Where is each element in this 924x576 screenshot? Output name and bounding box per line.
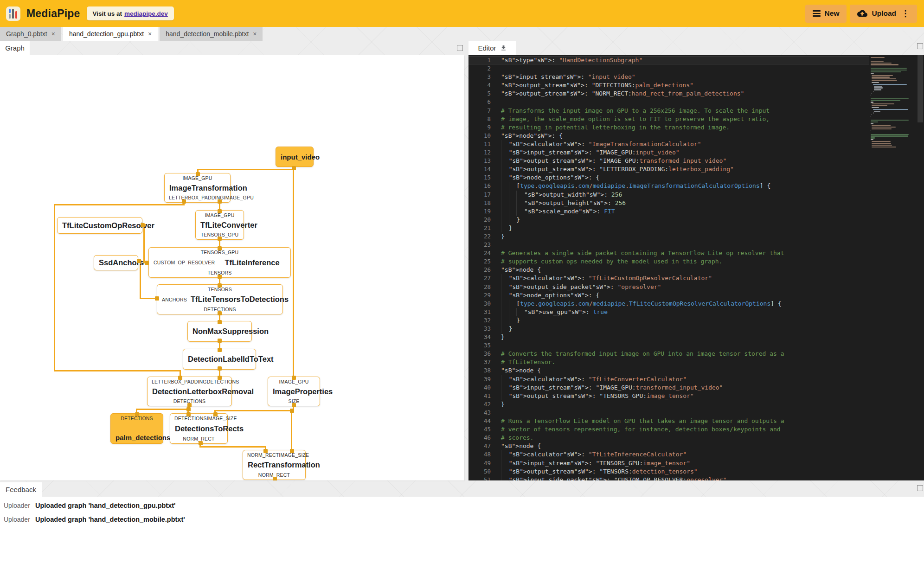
code-line[interactable]: "sB">node {: [501, 366, 784, 375]
code-line[interactable]: "sB">output_stream"sW">: "DETECTIONS:pal…: [501, 81, 784, 90]
port-connector: [145, 261, 149, 265]
code-line[interactable]: "sB">output_stream"sW">: "TENSORS:detect…: [501, 467, 784, 476]
close-tab-icon[interactable]: ×: [253, 30, 257, 38]
code-line[interactable]: # vector of tensors representing, for in…: [501, 425, 784, 434]
port-connector: [218, 209, 222, 213]
file-tab-hand_detection_mobile.pbtxt[interactable]: hand_detection_mobile.pbtxt×: [160, 27, 263, 41]
code-line[interactable]: "sB">output_stream"sW">: "NORM_RECT:hand…: [501, 90, 784, 98]
code-line[interactable]: "sB">calculator"sW">: "TfLiteConverterCa…: [501, 375, 784, 384]
code-line[interactable]: "sB">calculator"sW">: "ImageTransformati…: [501, 140, 784, 148]
code-line[interactable]: [501, 341, 784, 350]
code-line[interactable]: "sB">node_options"sW">: {: [501, 173, 784, 182]
code-line[interactable]: "sB">scale_mode"sW">: FIT: [501, 207, 784, 216]
scrollbar-thumb[interactable]: [918, 55, 923, 122]
code-line[interactable]: "sB">node_options"sW">: {: [501, 291, 784, 300]
code-line[interactable]: # resulting in potential letterboxing in…: [501, 123, 784, 132]
graph-node-RectTransformation[interactable]: NORM_RECTIMAGE_SIZERectTransformationNOR…: [243, 450, 306, 480]
node-title: ImageTransformation: [169, 184, 247, 192]
download-icon[interactable]: [500, 45, 507, 51]
file-tab-hand_detection_gpu.pbtxt[interactable]: hand_detection_gpu.pbtxt×: [63, 27, 158, 41]
code-line[interactable]: "sB">output_height"sW">: 256: [501, 199, 784, 207]
editor-scrollbar[interactable]: [917, 55, 924, 480]
code-line[interactable]: }: [501, 316, 784, 325]
code-line[interactable]: # Transforms the input image on GPU to a…: [501, 107, 784, 115]
code-line[interactable]: [501, 241, 784, 249]
graph-node-TfLiteConverter[interactable]: IMAGE_GPUTfLiteConverterTENSORS_GPU: [195, 210, 244, 240]
code-line[interactable]: # scores.: [501, 434, 784, 442]
code-line[interactable]: "sB">type"sW">: "HandDetectionSubgraph": [501, 56, 784, 64]
code-line[interactable]: "sB">input_stream"sW">: "TENSORS_GPU:ima…: [501, 459, 784, 467]
code-line[interactable]: # Runs a TensorFlow Lite model on GPU th…: [501, 417, 784, 425]
code-line[interactable]: # Generates a single side packet contain…: [501, 249, 784, 257]
code-line[interactable]: [501, 98, 784, 106]
code-line[interactable]: }: [501, 216, 784, 224]
code-line[interactable]: "sB">node"sW">: {: [501, 132, 784, 140]
code-line[interactable]: # supports custom ops needed by the mode…: [501, 257, 784, 266]
code-line[interactable]: }: [501, 224, 784, 232]
port-connector: [218, 237, 222, 241]
feedback-source: Uploader: [4, 516, 33, 523]
graph-node-TfLiteCustomOpResolver[interactable]: TfLiteCustomOpResolver: [57, 217, 142, 234]
code-line[interactable]: }: [501, 400, 784, 409]
code-line[interactable]: }: [501, 333, 784, 341]
new-button[interactable]: New: [805, 5, 847, 23]
feedback-row: UploaderUploaded graph 'hand_detection_m…: [0, 512, 924, 526]
app-header: MediaPipe Visit us at mediapipe.dev New …: [0, 0, 924, 27]
file-tab-Graph_0.pbtxt[interactable]: Graph_0.pbtxt×: [0, 27, 61, 41]
tab-editor[interactable]: Editor: [468, 41, 516, 55]
close-tab-icon[interactable]: ×: [51, 30, 55, 38]
graph-edge: [293, 166, 294, 378]
code-line[interactable]: "sB">node {: [501, 266, 784, 274]
code-line[interactable]: "sB">input_side_packet"sW">: "CUSTOM_OP_…: [501, 476, 784, 480]
code-line[interactable]: "sB">input_stream"sW">: "input_video": [501, 73, 784, 81]
feedback-expand-icon[interactable]: [917, 485, 923, 491]
code-line[interactable]: "sB">use_gpu"sW">: true: [501, 308, 784, 316]
graph-node-palm_detections[interactable]: DETECTIONSpalm_detections: [110, 413, 163, 444]
code-line[interactable]: "sB">output_side_packet"sW">: "opresolve…: [501, 283, 784, 291]
code-line[interactable]: }: [501, 325, 784, 333]
tab-feedback[interactable]: Feedback: [0, 482, 42, 497]
code-line[interactable]: [501, 409, 784, 417]
code-line[interactable]: "sB">calculator"sW">: "TfLiteCustomOpRes…: [501, 274, 784, 282]
code-content[interactable]: "sB">type"sW">: "HandDetectionSubgraph" …: [501, 56, 784, 480]
code-line[interactable]: "sB">input_stream"sW">: "IMAGE_GPU:input…: [501, 148, 784, 157]
code-line[interactable]: [type.googleapis.com/mediapipe.TfLiteCus…: [501, 300, 784, 308]
graph-canvas[interactable]: input_videoIMAGE_GPUImageTransformationL…: [0, 55, 464, 480]
code-line[interactable]: # TfLiteTensor.: [501, 358, 784, 366]
graph-node-DetectionsToRects[interactable]: DETECTIONSIMAGE_SIZEDetectionsToRectsNOR…: [170, 413, 228, 444]
code-line[interactable]: # image, the scale_mode option is set to…: [501, 115, 784, 123]
new-button-label: New: [825, 9, 840, 18]
brand-title: MediaPipe: [26, 7, 80, 20]
graph-edge: [54, 204, 55, 371]
code-line[interactable]: "sB">output_stream"sW">: "LETTERBOX_PADD…: [501, 165, 784, 173]
upload-more-kebab-icon[interactable]: ⋮: [901, 9, 910, 18]
port-connector: [186, 407, 191, 411]
graph-node-ImageProperties[interactable]: IMAGE_GPUImagePropertiesSIZE: [268, 377, 320, 406]
code-line[interactable]: "sB">calculator"sW">: "TfLiteInferenceCa…: [501, 450, 784, 459]
code-line[interactable]: "sB">output_stream"sW">: "TENSORS_GPU:im…: [501, 392, 784, 400]
mediapipe-link[interactable]: mediapipe.dev: [124, 10, 168, 17]
code-line[interactable]: [501, 64, 784, 73]
graph-node-SsdAnchors[interactable]: SsdAnchors: [94, 255, 138, 270]
graph-node-input_video[interactable]: input_video: [276, 147, 314, 167]
code-line[interactable]: [type.googleapis.com/mediapipe.ImageTran…: [501, 182, 784, 190]
code-line[interactable]: "sB">node {: [501, 442, 784, 450]
editor-expand-icon[interactable]: [917, 43, 923, 49]
code-editor[interactable]: 1234567891011121314151617181920212223242…: [468, 55, 924, 480]
port-label: NORM_RECT: [247, 452, 279, 458]
code-line[interactable]: }: [501, 232, 784, 241]
code-line[interactable]: "sB">input_stream"sW">: "IMAGE_GPU:trans…: [501, 384, 784, 392]
graph-node-ImageTransformation[interactable]: IMAGE_GPUImageTransformationLETTERBOX_PA…: [164, 173, 231, 203]
code-line[interactable]: # Converts the transformed input image o…: [501, 350, 784, 358]
graph-expand-icon[interactable]: [457, 45, 463, 51]
tab-graph[interactable]: Graph: [0, 41, 30, 55]
code-line[interactable]: "sB">output_width"sW">: 256: [501, 191, 784, 199]
port-connector: [218, 311, 222, 315]
close-tab-icon[interactable]: ×: [148, 30, 152, 38]
node-title: TfLiteInference: [225, 258, 279, 267]
graph-node-TfLiteTensorsToDetections[interactable]: TENSORSANCHORSTfLiteTensorsToDetectionsD…: [157, 284, 283, 314]
upload-button[interactable]: Upload ⋮: [850, 5, 917, 23]
graph-node-DetectionLetterboxRemoval[interactable]: LETTERBOX_PADDINGDETECTIONSDetectionLett…: [147, 377, 232, 406]
code-line[interactable]: "sB">output_stream"sW">: "IMAGE_GPU:tran…: [501, 157, 784, 165]
graph-node-TfLiteInference[interactable]: TENSORS_GPUCUSTOM_OP_RESOLVERTfLiteInfer…: [148, 247, 291, 278]
